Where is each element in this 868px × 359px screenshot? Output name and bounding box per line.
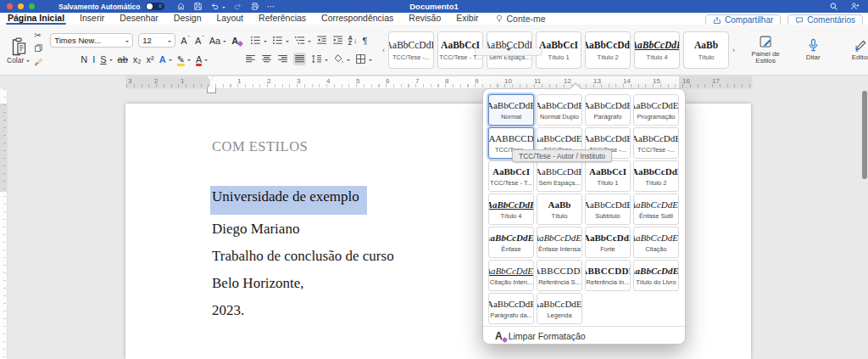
vertical-scrollbar-thumb[interactable]: [862, 91, 867, 179]
panel-style-tile[interactable]: AaBbCcDdEe Título do Livro: [633, 260, 679, 291]
share-user-icon[interactable]: [850, 2, 860, 11]
underline-button[interactable]: S: [100, 53, 112, 65]
tellme[interactable]: Conte-me: [495, 14, 546, 24]
bullets-button[interactable]: [250, 35, 267, 46]
ribbon-tab[interactable]: Layout: [209, 13, 252, 25]
font-name-select[interactable]: Times New...: [50, 33, 133, 48]
gallery-scroll-left-icon[interactable]: ‹: [381, 46, 387, 54]
font-size-select[interactable]: 12: [138, 33, 175, 48]
panel-style-tile[interactable]: AaBbCcDdEe Ênfase: [488, 227, 534, 258]
ribbon-tab[interactable]: Página Inicial: [0, 13, 72, 25]
numbering-button[interactable]: [272, 35, 289, 46]
style-sample: AaBbCcDdEe: [633, 232, 679, 244]
panel-style-tile[interactable]: AaBbCcDdEe Legenda: [537, 293, 582, 324]
panel-style-tile[interactable]: AABBCCDDEE Referência S...: [537, 260, 582, 291]
panel-style-tile[interactable]: AaBbCcDdEe Programação: [633, 94, 679, 126]
increase-indent-button[interactable]: [332, 35, 343, 46]
minimize-window-button[interactable]: [18, 3, 24, 9]
left-indent-marker[interactable]: [207, 87, 216, 93]
shading-button[interactable]: [333, 53, 350, 65]
zoom-window-button[interactable]: [29, 3, 35, 9]
text-effects-button[interactable]: A: [159, 53, 172, 65]
subscript-button[interactable]: x₂: [133, 53, 142, 65]
gallery-style-tile[interactable]: AaBbCcDdE TCC/Tese -...: [388, 31, 434, 69]
superscript-button[interactable]: x²: [147, 53, 154, 65]
gallery-style-tile[interactable]: AaBbCcDdI Título 2: [585, 31, 631, 69]
ribbon-tab[interactable]: Referências: [251, 13, 314, 25]
show-formatting-marks-button[interactable]: ¶: [362, 36, 367, 46]
align-right-button[interactable]: [277, 53, 288, 65]
panel-style-tile[interactable]: AaBbCcDdE Normal Duplo: [537, 94, 582, 126]
panel-style-tile[interactable]: AABBCCDDEE Referência In...: [585, 260, 631, 291]
bullets-chevron-icon: [264, 41, 267, 44]
panel-style-tile[interactable]: AaBbCcDdEe Citação: [633, 227, 679, 258]
styles-pane-button[interactable]: Painel de Estilos: [745, 35, 786, 65]
panel-style-tile[interactable]: AaBbCcDdE Sem Espaça...: [537, 160, 582, 192]
ribbon-tab[interactable]: Exibir: [448, 13, 486, 25]
gallery-style-tile[interactable]: AaBbCcI Título 1: [536, 31, 581, 69]
strikethrough-button[interactable]: ab: [118, 53, 128, 65]
panel-style-tile[interactable]: AaBbCcDdE TCC/Tese -...: [633, 127, 679, 159]
editor-button[interactable]: Editor: [840, 38, 868, 62]
style-tile-label: Ênfase: [501, 245, 520, 253]
gallery-scroll-right-icon[interactable]: ›: [731, 46, 737, 54]
shrink-font-button[interactable]: Aˇ: [195, 35, 204, 47]
panel-style-tile[interactable]: AaBbCcDdI Forte: [585, 227, 631, 258]
panel-style-tile[interactable]: AaBbCcDdE Subtítulo: [585, 194, 631, 225]
ribbon-tab[interactable]: Desenhar: [112, 13, 166, 25]
panel-style-tile[interactable]: AaBbCcDdEe Ênfase Intensa: [537, 227, 582, 258]
bold-button[interactable]: N: [81, 53, 87, 65]
italic-button[interactable]: I: [92, 53, 95, 65]
grow-font-button[interactable]: Aˆ: [181, 35, 190, 47]
more-commands-icon[interactable]: ⋯: [267, 2, 276, 11]
format-painter-button[interactable]: [34, 58, 43, 69]
multilevel-list-button[interactable]: [294, 35, 311, 46]
ribbon-tab[interactable]: Correspondências: [314, 13, 401, 25]
panel-style-tile[interactable]: AaBbCcI Título 1: [585, 160, 631, 192]
styles-gallery-expand-button[interactable]: [475, 48, 542, 56]
line-spacing-button[interactable]: [311, 53, 328, 65]
panel-style-tile[interactable]: AaBbCcDdE Parágrafo: [585, 94, 631, 126]
horizontal-ruler[interactable]: 3211234567891011121314151617: [125, 76, 753, 89]
print-icon[interactable]: [250, 2, 259, 11]
redo-icon[interactable]: [233, 2, 242, 11]
style-tile-label: Sem Espaça...: [539, 179, 581, 187]
panel-style-tile[interactable]: AaBbCcDdI Título 2: [633, 160, 679, 192]
highlight-color-button[interactable]: ✎: [177, 54, 191, 65]
decrease-indent-button[interactable]: [316, 35, 327, 46]
close-window-button[interactable]: [7, 3, 13, 9]
clear-formatting-menu-item[interactable]: A Limpar Formatação: [495, 329, 586, 343]
home-icon[interactable]: [176, 2, 186, 11]
ribbon-tab-label: Inserir: [80, 13, 104, 23]
search-icon[interactable]: [829, 2, 838, 11]
autosave-toggle[interactable]: 0: [146, 3, 164, 10]
ribbon-tab[interactable]: Revisão: [401, 13, 448, 25]
align-left-button[interactable]: [245, 53, 256, 65]
change-case-button[interactable]: Aa: [209, 35, 226, 47]
ribbon-tab[interactable]: Inserir: [72, 13, 112, 25]
paste-button[interactable]: Colar: [5, 36, 31, 65]
save-icon[interactable]: [193, 2, 203, 11]
font-name-value: Times New...: [54, 36, 101, 45]
gallery-style-tile[interactable]: AaBbCcDdE Título 4: [634, 31, 680, 69]
font-color-button[interactable]: A: [196, 54, 208, 65]
panel-style-tile[interactable]: AaBb Título: [537, 194, 582, 225]
panel-style-tile[interactable]: AaBbCcDdE Normal: [488, 94, 534, 126]
panel-style-tile[interactable]: AaBbCcDdE Título 4: [488, 194, 534, 225]
ribbon-tab[interactable]: Design: [166, 13, 209, 25]
panel-style-tile[interactable]: AaBbCcDdEe Citação Inten...: [488, 260, 534, 291]
clear-formatting-button[interactable]: A: [231, 36, 238, 46]
panel-style-tile[interactable]: AaBbCcDdEe Ênfase Sutil: [633, 194, 679, 225]
align-center-button[interactable]: [261, 53, 272, 65]
sort-button[interactable]: AZ↓: [348, 36, 358, 46]
panel-style-tile[interactable]: AaBbCcI TCC/Tese - T...: [488, 160, 534, 192]
gallery-style-tile[interactable]: AaBb Título: [683, 31, 729, 69]
copy-button[interactable]: [34, 43, 43, 54]
undo-icon[interactable]: [210, 2, 225, 11]
panel-style-tile[interactable]: AaBbCcDdE Parágrafo da...: [488, 293, 534, 324]
borders-button[interactable]: [355, 53, 372, 65]
ruler-number: 6: [386, 77, 389, 85]
justify-button[interactable]: [293, 53, 306, 65]
cut-button[interactable]: ✂: [34, 31, 43, 40]
dictate-button[interactable]: Ditar: [793, 38, 833, 62]
